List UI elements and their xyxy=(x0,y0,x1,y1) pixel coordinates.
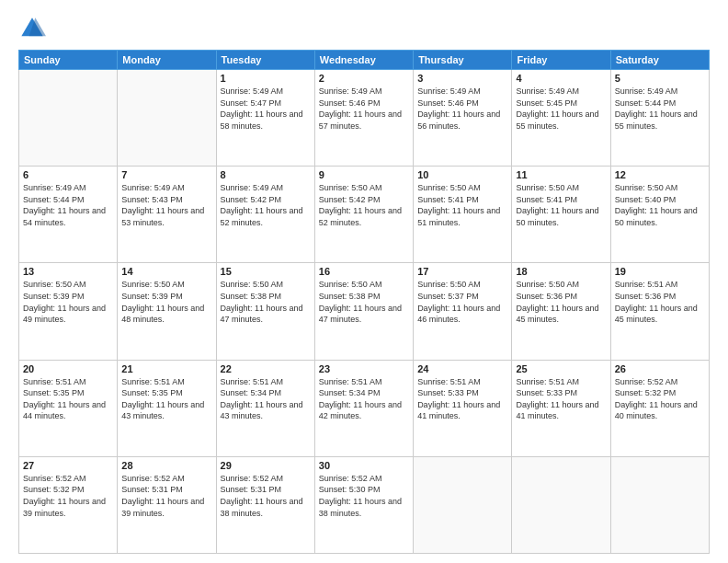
calendar-cell: 10Sunrise: 5:50 AM Sunset: 5:41 PM Dayli… xyxy=(414,167,512,263)
calendar-cell: 20Sunrise: 5:51 AM Sunset: 5:35 PM Dayli… xyxy=(19,360,118,456)
day-info: Sunrise: 5:49 AM Sunset: 5:46 PM Dayligh… xyxy=(319,86,409,132)
calendar-cell: 2Sunrise: 5:49 AM Sunset: 5:46 PM Daylig… xyxy=(314,70,413,167)
day-number: 12 xyxy=(615,169,705,180)
day-info: Sunrise: 5:50 AM Sunset: 5:37 PM Dayligh… xyxy=(417,279,507,325)
day-info: Sunrise: 5:49 AM Sunset: 5:44 PM Dayligh… xyxy=(615,86,705,132)
calendar-header-row: SundayMondayTuesdayWednesdayThursdayFrid… xyxy=(19,51,710,70)
weekday-header-sunday: Sunday xyxy=(19,51,118,70)
logo xyxy=(18,15,50,42)
day-number: 25 xyxy=(516,363,606,374)
day-info: Sunrise: 5:52 AM Sunset: 5:30 PM Dayligh… xyxy=(319,473,409,519)
day-info: Sunrise: 5:52 AM Sunset: 5:32 PM Dayligh… xyxy=(23,473,113,519)
calendar-cell xyxy=(610,456,709,553)
calendar-cell xyxy=(414,456,512,553)
day-info: Sunrise: 5:50 AM Sunset: 5:41 PM Dayligh… xyxy=(417,182,507,228)
day-info: Sunrise: 5:52 AM Sunset: 5:32 PM Dayligh… xyxy=(615,376,705,422)
day-info: Sunrise: 5:51 AM Sunset: 5:34 PM Dayligh… xyxy=(221,376,311,422)
calendar-cell: 15Sunrise: 5:50 AM Sunset: 5:38 PM Dayli… xyxy=(216,263,314,360)
day-info: Sunrise: 5:52 AM Sunset: 5:31 PM Dayligh… xyxy=(121,473,211,519)
day-info: Sunrise: 5:50 AM Sunset: 5:39 PM Dayligh… xyxy=(23,279,113,325)
calendar-cell: 7Sunrise: 5:49 AM Sunset: 5:43 PM Daylig… xyxy=(118,167,216,263)
day-number: 14 xyxy=(121,266,211,277)
day-info: Sunrise: 5:50 AM Sunset: 5:42 PM Dayligh… xyxy=(319,182,409,228)
day-info: Sunrise: 5:51 AM Sunset: 5:34 PM Dayligh… xyxy=(319,376,409,422)
day-number: 4 xyxy=(516,73,606,84)
calendar-cell xyxy=(118,70,216,167)
calendar-cell: 25Sunrise: 5:51 AM Sunset: 5:33 PM Dayli… xyxy=(512,360,610,456)
day-info: Sunrise: 5:51 AM Sunset: 5:35 PM Dayligh… xyxy=(23,376,113,422)
calendar-cell: 18Sunrise: 5:50 AM Sunset: 5:36 PM Dayli… xyxy=(512,263,610,360)
day-number: 6 xyxy=(23,169,113,180)
logo-icon xyxy=(18,15,46,42)
day-number: 20 xyxy=(23,363,113,374)
calendar-cell: 26Sunrise: 5:52 AM Sunset: 5:32 PM Dayli… xyxy=(610,360,709,456)
day-number: 16 xyxy=(319,266,409,277)
calendar-cell: 28Sunrise: 5:52 AM Sunset: 5:31 PM Dayli… xyxy=(118,456,216,553)
day-info: Sunrise: 5:49 AM Sunset: 5:43 PM Dayligh… xyxy=(121,182,211,228)
calendar-cell: 27Sunrise: 5:52 AM Sunset: 5:32 PM Dayli… xyxy=(19,456,118,553)
calendar-table: SundayMondayTuesdayWednesdayThursdayFrid… xyxy=(18,50,710,554)
calendar-cell: 19Sunrise: 5:51 AM Sunset: 5:36 PM Dayli… xyxy=(610,263,709,360)
calendar-cell: 22Sunrise: 5:51 AM Sunset: 5:34 PM Dayli… xyxy=(216,360,314,456)
weekday-header-tuesday: Tuesday xyxy=(216,51,314,70)
calendar-week-1: 6Sunrise: 5:49 AM Sunset: 5:44 PM Daylig… xyxy=(19,167,710,263)
calendar-week-2: 13Sunrise: 5:50 AM Sunset: 5:39 PM Dayli… xyxy=(19,263,710,360)
calendar-week-0: 1Sunrise: 5:49 AM Sunset: 5:47 PM Daylig… xyxy=(19,70,710,167)
calendar-cell: 17Sunrise: 5:50 AM Sunset: 5:37 PM Dayli… xyxy=(414,263,512,360)
calendar-cell: 13Sunrise: 5:50 AM Sunset: 5:39 PM Dayli… xyxy=(19,263,118,360)
calendar-cell: 14Sunrise: 5:50 AM Sunset: 5:39 PM Dayli… xyxy=(118,263,216,360)
calendar-cell: 1Sunrise: 5:49 AM Sunset: 5:47 PM Daylig… xyxy=(216,70,314,167)
calendar-cell: 6Sunrise: 5:49 AM Sunset: 5:44 PM Daylig… xyxy=(19,167,118,263)
day-number: 3 xyxy=(417,73,507,84)
day-number: 22 xyxy=(221,363,311,374)
day-info: Sunrise: 5:50 AM Sunset: 5:39 PM Dayligh… xyxy=(121,279,211,325)
calendar-week-3: 20Sunrise: 5:51 AM Sunset: 5:35 PM Dayli… xyxy=(19,360,710,456)
day-number: 8 xyxy=(221,169,311,180)
day-number: 10 xyxy=(417,169,507,180)
weekday-header-wednesday: Wednesday xyxy=(314,51,413,70)
day-number: 21 xyxy=(121,363,211,374)
day-info: Sunrise: 5:50 AM Sunset: 5:38 PM Dayligh… xyxy=(319,279,409,325)
calendar-cell: 8Sunrise: 5:49 AM Sunset: 5:42 PM Daylig… xyxy=(216,167,314,263)
day-number: 30 xyxy=(319,460,409,471)
day-info: Sunrise: 5:50 AM Sunset: 5:41 PM Dayligh… xyxy=(516,182,606,228)
day-info: Sunrise: 5:52 AM Sunset: 5:31 PM Dayligh… xyxy=(221,473,311,519)
day-info: Sunrise: 5:51 AM Sunset: 5:35 PM Dayligh… xyxy=(121,376,211,422)
calendar-cell: 4Sunrise: 5:49 AM Sunset: 5:45 PM Daylig… xyxy=(512,70,610,167)
day-info: Sunrise: 5:49 AM Sunset: 5:44 PM Dayligh… xyxy=(23,182,113,228)
calendar-cell: 11Sunrise: 5:50 AM Sunset: 5:41 PM Dayli… xyxy=(512,167,610,263)
day-info: Sunrise: 5:51 AM Sunset: 5:36 PM Dayligh… xyxy=(615,279,705,325)
day-info: Sunrise: 5:50 AM Sunset: 5:40 PM Dayligh… xyxy=(615,182,705,228)
day-number: 5 xyxy=(615,73,705,84)
day-number: 1 xyxy=(221,73,311,84)
day-number: 2 xyxy=(319,73,409,84)
calendar-cell: 21Sunrise: 5:51 AM Sunset: 5:35 PM Dayli… xyxy=(118,360,216,456)
weekday-header-friday: Friday xyxy=(512,51,610,70)
day-number: 17 xyxy=(417,266,507,277)
day-info: Sunrise: 5:51 AM Sunset: 5:33 PM Dayligh… xyxy=(516,376,606,422)
day-number: 18 xyxy=(516,266,606,277)
day-number: 29 xyxy=(221,460,311,471)
calendar-cell: 16Sunrise: 5:50 AM Sunset: 5:38 PM Dayli… xyxy=(314,263,413,360)
calendar-cell: 30Sunrise: 5:52 AM Sunset: 5:30 PM Dayli… xyxy=(314,456,413,553)
day-number: 26 xyxy=(615,363,705,374)
calendar-cell: 5Sunrise: 5:49 AM Sunset: 5:44 PM Daylig… xyxy=(610,70,709,167)
calendar-cell: 9Sunrise: 5:50 AM Sunset: 5:42 PM Daylig… xyxy=(314,167,413,263)
header xyxy=(18,15,710,42)
day-info: Sunrise: 5:50 AM Sunset: 5:38 PM Dayligh… xyxy=(221,279,311,325)
day-number: 28 xyxy=(121,460,211,471)
day-info: Sunrise: 5:49 AM Sunset: 5:47 PM Dayligh… xyxy=(221,86,311,132)
calendar-cell: 29Sunrise: 5:52 AM Sunset: 5:31 PM Dayli… xyxy=(216,456,314,553)
day-number: 13 xyxy=(23,266,113,277)
calendar-cell: 12Sunrise: 5:50 AM Sunset: 5:40 PM Dayli… xyxy=(610,167,709,263)
day-number: 23 xyxy=(319,363,409,374)
weekday-header-saturday: Saturday xyxy=(610,51,709,70)
day-info: Sunrise: 5:49 AM Sunset: 5:45 PM Dayligh… xyxy=(516,86,606,132)
weekday-header-thursday: Thursday xyxy=(414,51,512,70)
day-number: 24 xyxy=(417,363,507,374)
day-info: Sunrise: 5:51 AM Sunset: 5:33 PM Dayligh… xyxy=(417,376,507,422)
calendar-cell: 3Sunrise: 5:49 AM Sunset: 5:46 PM Daylig… xyxy=(414,70,512,167)
calendar-cell xyxy=(19,70,118,167)
page: SundayMondayTuesdayWednesdayThursdayFrid… xyxy=(0,0,728,563)
day-number: 19 xyxy=(615,266,705,277)
